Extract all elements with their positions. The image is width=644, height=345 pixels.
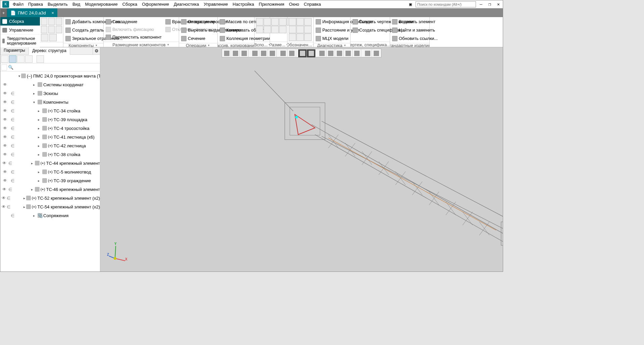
redo-button[interactable] (56, 26, 62, 33)
menu-assembly[interactable]: Сборка (120, 1, 140, 8)
tree-sketches[interactable]: 👁∈▸Эскизы (0, 89, 100, 98)
layout-icon[interactable]: ▣ (407, 1, 414, 8)
find-replace-button[interactable]: Найти и заменить (391, 26, 428, 34)
collection-button[interactable]: Коллекция геометрии (219, 35, 253, 42)
tree-item[interactable]: 👁∈▸(+)ТС-46 крепежный элемент (0, 185, 100, 194)
tree-tool-5[interactable] (37, 55, 44, 63)
tree-coords[interactable]: 👁▸Системы координат (0, 80, 100, 89)
tree-tool-4[interactable] (25, 55, 33, 63)
tree-search-input[interactable] (14, 64, 99, 70)
undo-button[interactable] (48, 26, 55, 33)
menu-apps[interactable]: Приложения (257, 1, 287, 8)
menu-diagnostics[interactable]: Диагностика (171, 1, 201, 8)
tree-tab[interactable]: Дерево: структура (29, 48, 70, 55)
panel-gear-button[interactable]: ⚙ (93, 47, 100, 54)
tree-item[interactable]: 👁∈▸(+)ТС-42 лестница (0, 141, 100, 150)
filter-icon[interactable] (1, 64, 7, 70)
tree-item[interactable]: 👁∈▸(+)ТС-54 крепежный элемент (x2) (0, 202, 100, 211)
mcx-button[interactable]: МЦХ модели (315, 35, 349, 42)
insert-element-button[interactable]: Вставить элемент (391, 18, 428, 26)
vt-filter[interactable] (353, 49, 361, 57)
maximize-button[interactable]: ❐ (486, 1, 493, 8)
menu-help[interactable]: Справка (302, 1, 323, 8)
menu-edit[interactable]: Правка (26, 1, 45, 8)
new-tab-button[interactable]: + (0, 8, 7, 17)
create-drawing-button[interactable]: Создать чертеж по модели (352, 18, 389, 26)
tree-tool-2[interactable] (9, 55, 16, 63)
mode-solid[interactable]: Твердотельное моделирование (0, 35, 40, 48)
tree-item[interactable]: 👁∈▸(+)ТС-39 ограждение (0, 176, 100, 185)
pattern-grid-button[interactable]: Массив по сетке (219, 18, 253, 26)
menu-modeling[interactable]: Моделирование (83, 1, 120, 8)
vt-9[interactable] (344, 49, 353, 57)
add-component-button[interactable]: Добавить компонент из... (64, 18, 102, 26)
mirror-button[interactable]: Зеркальное отражение... (64, 35, 102, 42)
print-button[interactable] (41, 26, 47, 33)
move-component-button[interactable]: Переместить компонент (105, 33, 163, 41)
model-tree: ▾(–)ПМС 24,0 прожекторная мачта (Те 👁▸Си… (0, 71, 100, 272)
tab-close-button[interactable]: × (51, 10, 54, 15)
create-spec-button[interactable]: Создать спецификац... (352, 26, 389, 34)
vt-2[interactable] (231, 49, 240, 57)
menu-select[interactable]: Выделить (45, 1, 70, 8)
vt-8[interactable] (335, 49, 344, 57)
tree-item[interactable]: 👁∈▸(+)ТС-5 молниеотвод (0, 167, 100, 176)
vt-4[interactable] (279, 49, 287, 57)
minimize-button[interactable]: — (477, 1, 485, 8)
vt-3[interactable] (240, 49, 249, 57)
new-doc-button[interactable] (41, 18, 47, 25)
vt-1[interactable] (222, 49, 231, 57)
tree-item[interactable]: 👁∈▸(+)ТС-4 тросостойка (0, 124, 100, 133)
mode-manage[interactable]: Управление (0, 26, 40, 35)
vt-7[interactable] (326, 49, 335, 57)
tree-components[interactable]: 👁∈▾Компоненты (0, 98, 100, 106)
search-input[interactable] (416, 1, 476, 7)
menu-layout[interactable]: Оформление (140, 1, 171, 8)
tree-tool-3[interactable] (17, 55, 24, 63)
params-tab[interactable]: Параметры (0, 47, 29, 54)
tree-mates[interactable]: ∈▸📎Сопряжения (0, 211, 100, 220)
paste-button[interactable] (49, 34, 57, 41)
vt-pan[interactable] (259, 49, 268, 57)
vt-6[interactable] (318, 49, 326, 57)
menu-window[interactable]: Окно (287, 1, 302, 8)
distance-button[interactable]: Расстояние и угол (315, 26, 349, 34)
coincide-button[interactable]: Совпадение (105, 18, 163, 26)
system-panel (40, 17, 63, 47)
tree-item[interactable]: 👁∈▸(+)ТС-41 лестница (x6) (0, 133, 100, 141)
tree-item[interactable]: 👁∈▸(+)ТС-39 площадка (0, 115, 100, 124)
svg-point-28 (114, 257, 116, 260)
vt-show[interactable] (307, 49, 316, 57)
tree-item[interactable]: 👁∈▸(+)ТС-52 крепежный элемент (x2) (0, 194, 100, 202)
create-part-button[interactable]: Создать деталь (64, 26, 102, 34)
tree-tool-1[interactable] (1, 55, 8, 63)
update-links-button[interactable]: Обновить ссылки... (391, 35, 428, 42)
vt-rotate[interactable] (268, 49, 277, 57)
menu-manage[interactable]: Управление (201, 1, 230, 8)
vt-11[interactable] (372, 49, 381, 57)
document-tab[interactable]: 📄 ПМС 24,0.a3d × (7, 8, 57, 17)
menu-file[interactable]: Файл (10, 1, 26, 8)
vt-5[interactable] (287, 49, 296, 57)
tree-toolbar (0, 55, 100, 63)
section-button[interactable]: Сечение (180, 35, 216, 42)
save-button[interactable] (56, 18, 62, 25)
mode-assembly[interactable]: Сборка (0, 17, 40, 26)
vt-zoom[interactable] (251, 49, 259, 57)
hole-button[interactable]: Отверстие простое (180, 18, 216, 26)
menu-view[interactable]: Вид (70, 1, 83, 8)
vt-hide[interactable] (298, 49, 307, 57)
cut-extrude-button[interactable]: Вырезать выдавливанием (180, 26, 216, 34)
tree-item[interactable]: 👁∈▸(+)ТС-34 стойка (0, 106, 100, 115)
tree-root[interactable]: ▾(–)ПМС 24,0 прожекторная мачта (Те (0, 71, 100, 80)
menu-settings[interactable]: Настройка (230, 1, 257, 8)
tree-item[interactable]: 👁∈▸(+)ТС-38 стойка (0, 150, 100, 159)
tree-item[interactable]: 👁∈▸(+)ТС-44 крепежный элемент (0, 159, 100, 167)
copy-button[interactable] (41, 34, 48, 41)
vt-10[interactable] (363, 49, 372, 57)
close-button[interactable]: ✕ (495, 1, 502, 8)
open-button[interactable] (48, 18, 55, 25)
info-button[interactable]: Информация об объекте (315, 18, 349, 26)
viewport[interactable]: X Y Z (100, 47, 503, 272)
copy-objects-button[interactable]: Копировать объекты (219, 26, 253, 34)
